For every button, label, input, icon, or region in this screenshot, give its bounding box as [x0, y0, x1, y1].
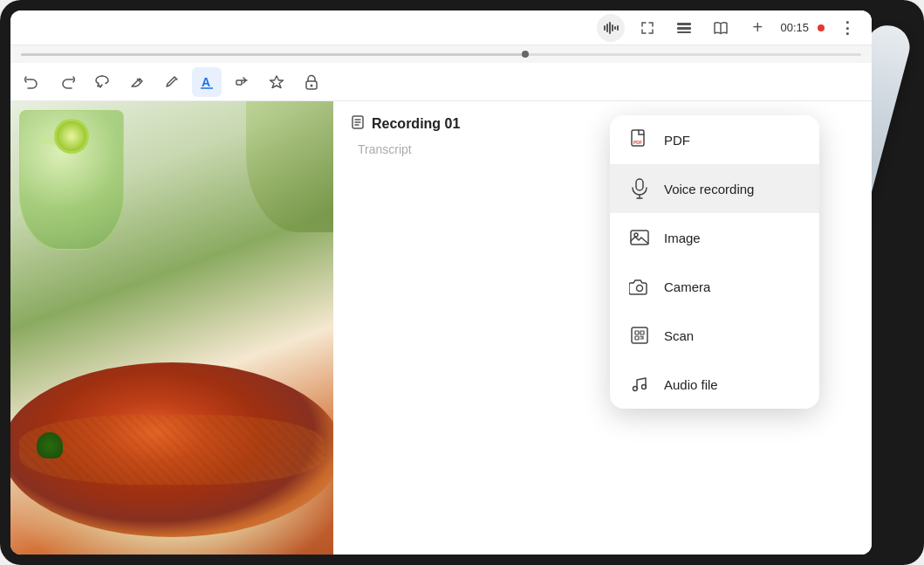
svg-rect-5	[617, 25, 619, 31]
svg-point-27	[633, 387, 638, 391]
pdf-label: PDF	[664, 133, 690, 148]
svg-text:A: A	[202, 75, 210, 89]
menu-item-pdf[interactable]: PDF PDF	[610, 115, 819, 164]
svg-rect-0	[604, 25, 606, 31]
system-toolbar: + 00:15 ⋮	[10, 10, 872, 45]
image-label: Image	[664, 231, 701, 245]
svg-rect-11	[236, 80, 242, 85]
redo-button[interactable]	[52, 67, 82, 97]
expand-button[interactable]	[633, 14, 661, 42]
lasso-button[interactable]	[87, 67, 117, 97]
svg-rect-7	[677, 27, 691, 30]
transform-button[interactable]	[227, 67, 257, 97]
waveform-icon	[603, 22, 619, 34]
layout-icon	[676, 22, 692, 34]
mic-icon	[627, 176, 652, 201]
audio-file-label: Audio file	[664, 377, 718, 392]
scan-label: Scan	[664, 328, 694, 343]
progress-bar-container[interactable]	[10, 45, 872, 63]
audio-icon	[627, 372, 652, 396]
svg-rect-1	[606, 24, 608, 32]
progress-track[interactable]	[21, 53, 861, 56]
record-indicator	[818, 24, 825, 31]
svg-rect-3	[612, 24, 613, 31]
transcript-label: Transcript	[358, 142, 412, 156]
waveform-button[interactable]	[597, 14, 625, 42]
menu-item-scan[interactable]: Scan	[610, 311, 819, 360]
expand-icon	[640, 21, 654, 35]
menu-item-camera[interactable]: Camera	[610, 262, 819, 311]
camera-label: Camera	[664, 279, 710, 294]
menu-item-audio-file[interactable]: Audio file	[610, 360, 819, 409]
text-button[interactable]: A	[192, 67, 222, 97]
lock-button[interactable]	[297, 67, 326, 97]
pen-button[interactable]	[157, 67, 187, 97]
svg-rect-8	[677, 31, 691, 33]
pasta-plate	[10, 293, 333, 555]
progress-fill	[21, 53, 525, 56]
layout-button[interactable]	[670, 14, 698, 42]
svg-point-13	[311, 84, 313, 86]
dropdown-menu: PDF PDF Voice recording	[610, 115, 819, 409]
transform-icon	[234, 74, 250, 90]
time-display: 00:15	[780, 21, 809, 34]
svg-point-28	[642, 385, 647, 389]
more-button[interactable]: ⋮	[833, 14, 861, 42]
text-icon: A	[199, 74, 215, 90]
food-image	[10, 101, 333, 555]
shape-icon	[269, 74, 284, 90]
svg-rect-25	[640, 331, 644, 334]
undo-icon	[24, 75, 40, 89]
shape-button[interactable]	[262, 67, 291, 97]
pen-icon	[164, 74, 180, 90]
progress-thumb	[522, 51, 529, 58]
image-icon	[627, 225, 652, 250]
camera-icon	[627, 274, 652, 299]
book-button[interactable]	[707, 14, 735, 42]
lasso-icon	[94, 74, 110, 90]
svg-point-22	[637, 286, 643, 292]
note-icon	[351, 115, 365, 133]
svg-rect-17	[636, 179, 643, 190]
edit-toolbar: A	[10, 63, 872, 101]
menu-item-voice-recording[interactable]: Voice recording	[610, 164, 819, 213]
svg-rect-23	[632, 327, 647, 343]
book-icon	[713, 21, 729, 35]
svg-rect-6	[677, 23, 691, 25]
svg-rect-26	[635, 336, 639, 340]
pdf-icon: PDF	[627, 127, 652, 152]
voice-recording-label: Voice recording	[664, 182, 754, 196]
scan-icon	[627, 323, 652, 348]
drink-area	[10, 101, 168, 293]
svg-text:PDF: PDF	[633, 140, 642, 145]
eraser-icon	[129, 74, 145, 90]
tablet-screen: + 00:15 ⋮	[10, 10, 872, 555]
eraser-button[interactable]	[122, 67, 152, 97]
svg-rect-4	[614, 26, 616, 30]
undo-button[interactable]	[17, 67, 47, 97]
menu-item-image[interactable]: Image	[610, 213, 819, 262]
note-title: Recording 01	[372, 116, 460, 132]
svg-rect-2	[609, 22, 611, 34]
add-button[interactable]: +	[743, 14, 771, 42]
redo-icon	[59, 75, 75, 89]
tablet-frame: + 00:15 ⋮	[0, 0, 924, 565]
svg-rect-24	[635, 331, 639, 334]
lock-icon	[305, 74, 318, 90]
